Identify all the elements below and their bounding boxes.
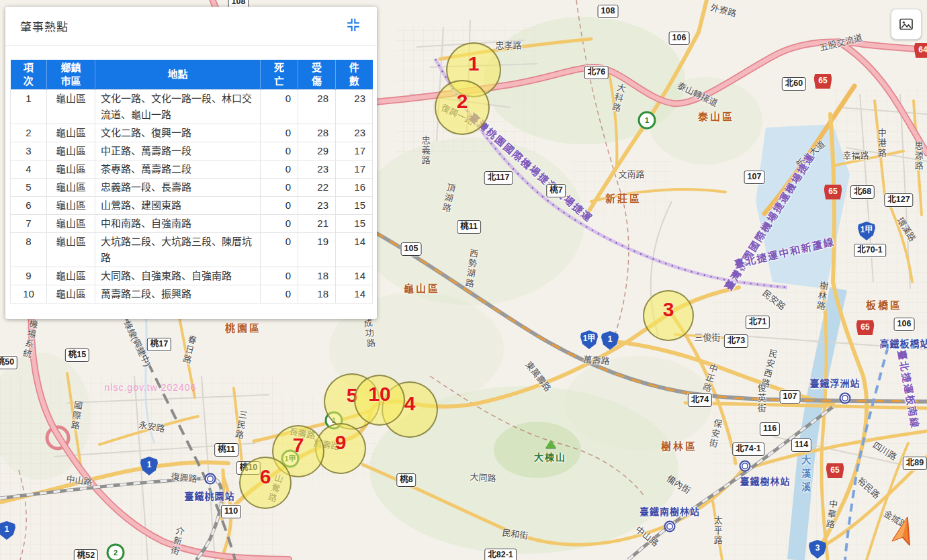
cases-cell: 17 — [336, 160, 373, 179]
cases-cell: 14 — [336, 267, 373, 285]
hotspot-panel: 肇事熱點 項 次鄉鎮 市區地點死 亡受 傷件 數 1龜山區文化一路、文化一路一段… — [5, 7, 377, 319]
location-cell: 中和南路、自強南路 — [95, 215, 261, 233]
hotspot-number: 2 — [457, 90, 468, 113]
table-header-row: 項 次鄉鎮 市區地點死 亡受 傷件 數 — [11, 60, 373, 90]
location-cell: 文化二路、復興一路 — [95, 124, 261, 142]
cases-cell: 15 — [336, 197, 373, 215]
district-cell: 龜山區 — [47, 285, 95, 304]
cases-cell: 17 — [336, 142, 373, 160]
injuries-cell: 23 — [298, 160, 336, 179]
injuries-cell: 18 — [298, 267, 336, 285]
rank-cell: 7 — [11, 215, 47, 233]
column-header-0: 項 次 — [11, 60, 47, 90]
deaths-cell: 0 — [261, 142, 298, 160]
injuries-cell: 19 — [298, 233, 336, 267]
district-cell: 龜山區 — [47, 233, 95, 267]
injuries-cell: 28 — [298, 90, 336, 124]
rank-cell: 3 — [11, 142, 47, 160]
deaths-cell: 0 — [261, 215, 298, 233]
cases-cell: 15 — [336, 215, 373, 233]
column-header-3: 死 亡 — [261, 60, 298, 90]
table-row[interactable]: 4龜山區茶專路、萬壽路二段02317 — [11, 160, 373, 179]
hotspot-marker-2[interactable]: 2 — [435, 80, 490, 135]
table-row[interactable]: 9龜山區大同路、自強東路、自強南路01814 — [11, 267, 373, 285]
column-header-1: 鄉鎮 市區 — [47, 60, 95, 90]
deaths-cell: 0 — [261, 90, 298, 124]
district-cell: 龜山區 — [47, 179, 95, 197]
injuries-cell: 22 — [298, 179, 336, 197]
district-cell: 龜山區 — [47, 197, 95, 215]
hotspot-number: 4 — [404, 392, 416, 415]
district-cell: 龜山區 — [47, 215, 95, 233]
district-cell: 龜山區 — [47, 142, 95, 160]
district-cell: 龜山區 — [47, 124, 95, 142]
rank-cell: 8 — [11, 233, 47, 267]
hotspot-table: 項 次鄉鎮 市區地點死 亡受 傷件 數 1龜山區文化一路、文化一路一段、林口交流… — [10, 60, 373, 304]
hotspot-number: 1 — [468, 52, 480, 75]
injuries-cell: 29 — [298, 142, 336, 160]
table-row[interactable]: 5龜山區忠義路一段、長壽路02216 — [11, 179, 373, 197]
hotspot-marker-10[interactable]: 10 — [354, 375, 405, 426]
image-icon[interactable] — [891, 9, 922, 40]
deaths-cell: 0 — [261, 197, 298, 215]
rank-cell: 6 — [11, 197, 47, 215]
hotspot-number: 10 — [368, 383, 390, 406]
hotspot-marker-3[interactable]: 3 — [643, 290, 694, 341]
deaths-cell: 0 — [261, 267, 298, 285]
table-row[interactable]: 10龜山區萬壽路二段、振興路01814 — [11, 285, 373, 304]
cases-cell: 14 — [336, 285, 373, 304]
location-cell: 中正路、萬壽路一段 — [95, 142, 261, 160]
location-cell: 忠義路一段、長壽路 — [95, 179, 261, 197]
injuries-cell: 18 — [298, 285, 336, 304]
district-cell: 龜山區 — [47, 160, 95, 179]
column-header-2: 地點 — [95, 60, 261, 90]
table-row[interactable]: 2龜山區文化二路、復興一路02823 — [11, 124, 373, 142]
injuries-cell: 21 — [298, 215, 336, 233]
rank-cell: 9 — [11, 267, 47, 285]
hotspot-number: 9 — [335, 431, 347, 454]
deaths-cell: 0 — [261, 160, 298, 179]
table-row[interactable]: 7龜山區中和南路、自強南路02115 — [11, 215, 373, 233]
table-row[interactable]: 8龜山區大坑路二段、大坑路三段、陳厝坑路01914 — [11, 233, 373, 267]
table-row[interactable]: 3龜山區中正路、萬壽路一段02917 — [11, 142, 373, 160]
column-header-4: 受 傷 — [298, 60, 336, 90]
rank-cell: 1 — [11, 90, 47, 124]
location-cell: 山鶯路、建國東路 — [95, 197, 261, 215]
district-cell: 龜山區 — [47, 267, 95, 285]
rank-cell: 10 — [11, 285, 47, 304]
district-cell: 龜山區 — [47, 90, 95, 124]
panel-header: 肇事熱點 — [5, 7, 377, 46]
table-row[interactable]: 1龜山區文化一路、文化一路一段、林口交流道、龜山一路02823 — [11, 90, 373, 124]
location-cell: 文化一路、文化一路一段、林口交流道、龜山一路 — [95, 90, 261, 124]
cases-cell: 23 — [336, 124, 373, 142]
rank-cell: 4 — [11, 160, 47, 179]
deaths-cell: 0 — [261, 179, 298, 197]
cases-cell: 23 — [336, 90, 373, 124]
cases-cell: 14 — [336, 233, 373, 267]
deaths-cell: 0 — [261, 285, 298, 304]
rank-cell: 5 — [11, 179, 47, 197]
location-cell: 萬壽路二段、振興路 — [95, 285, 261, 304]
location-cell: 大同路、自強東路、自強南路 — [95, 267, 261, 285]
injuries-cell: 23 — [298, 197, 336, 215]
hotspot-number: 7 — [293, 434, 304, 457]
deaths-cell: 0 — [261, 124, 298, 142]
table-row[interactable]: 6龜山區山鶯路、建國東路02315 — [11, 197, 373, 215]
column-header-5: 件 數 — [336, 60, 373, 90]
rank-cell: 2 — [11, 124, 47, 142]
injuries-cell: 28 — [298, 124, 336, 142]
hotspot-number: 3 — [663, 298, 674, 321]
panel-title: 肇事熱點 — [20, 17, 69, 34]
map-app: 忠孝路外寮路大科路泰山轉接道五股交流道文南路幸福路中港路思源路新北大道環漢路忠義… — [0, 0, 927, 560]
hotspot-marker-6[interactable]: 6 — [239, 457, 292, 509]
cases-cell: 16 — [336, 179, 373, 197]
location-cell: 茶專路、萬壽路二段 — [95, 160, 261, 179]
deaths-cell: 0 — [261, 233, 298, 267]
collapse-icon[interactable] — [345, 16, 362, 36]
location-cell: 大坑路二段、大坑路三段、陳厝坑路 — [95, 233, 261, 267]
hotspot-number: 6 — [260, 465, 271, 488]
